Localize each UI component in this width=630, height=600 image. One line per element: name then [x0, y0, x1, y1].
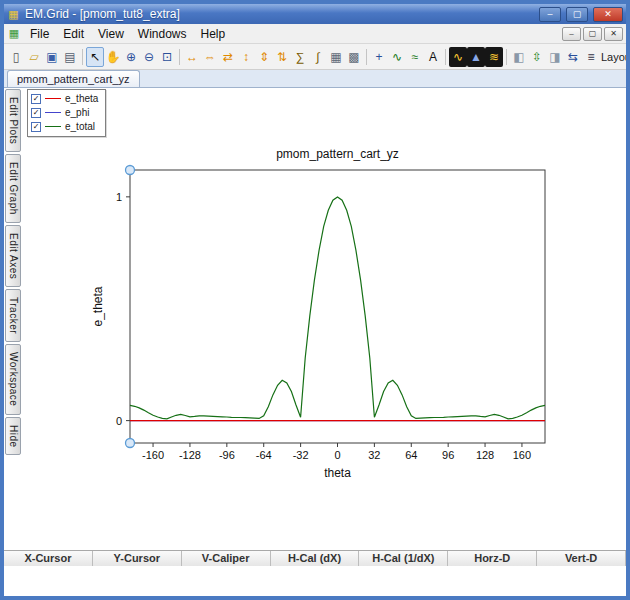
side-tab-label: Edit Graph — [8, 162, 19, 215]
menu-items: FileEditViewWindowsHelp — [23, 25, 232, 43]
fit-x-icon: ⇄ — [223, 50, 233, 64]
legend-line-sample — [45, 126, 61, 127]
zoom-out-icon: ⊖ — [144, 50, 154, 64]
side-tab-edit-plots[interactable]: Edit Plots — [5, 89, 21, 152]
add-marker-tool-button[interactable]: + — [370, 47, 388, 67]
legend-label: e_phi — [65, 107, 89, 118]
resize-handle[interactable] — [126, 166, 135, 175]
print-tool-button[interactable]: ▤ — [61, 47, 79, 67]
grid-tool-button[interactable]: ▦ — [327, 47, 345, 67]
side-tab-tracker[interactable]: Tracker — [5, 289, 21, 342]
side-tab-edit-axes[interactable]: Edit Axes — [5, 225, 21, 287]
status-col-h-cal-dx-: H-Cal (dX) — [271, 551, 360, 566]
toolbar: ▯▱▣▤↖✋⊕⊖⊡↔⇔⇄↕⇕⇅∑∫▦▩+∿≈A∿▲≋◧⇳◨ ⇆≡ Layout — [4, 44, 626, 70]
pan-hand-tool-button[interactable]: ✋ — [104, 47, 122, 67]
spline-tool-button[interactable]: ∿ — [388, 47, 406, 67]
status-col-h-cal-1-dx-: H-Cal (1/dX) — [359, 551, 448, 566]
tab-label: pmom_pattern_cart_yz — [17, 73, 130, 85]
menu-windows[interactable]: Windows — [131, 25, 194, 43]
side-tab-hide[interactable]: Hide — [5, 417, 21, 456]
menu-file[interactable]: File — [23, 25, 56, 43]
legend-checkbox-e_theta[interactable]: ✓ — [31, 94, 41, 104]
save-icon: ▣ — [46, 50, 57, 64]
legend-line-sample — [45, 112, 61, 113]
legend-item-e_phi: ✓e_phi — [31, 106, 98, 119]
fit-y-tool-button[interactable]: ⇅ — [273, 47, 291, 67]
toolbar-separator — [366, 49, 367, 65]
side-tab-workspace[interactable]: Workspace — [5, 344, 21, 414]
menu-view[interactable]: View — [91, 25, 131, 43]
menu-help[interactable]: Help — [194, 25, 233, 43]
dock-left-tool-button[interactable]: ◧ — [510, 47, 528, 67]
minimize-button[interactable]: – — [539, 7, 561, 22]
side-tab-edit-graph[interactable]: Edit Graph — [5, 154, 21, 223]
maximize-button[interactable]: ▢ — [566, 7, 588, 22]
spectrum-dark-3-icon: ≋ — [489, 50, 499, 64]
expand-x-icon: ↔ — [186, 50, 198, 64]
side-tab-label: Edit Axes — [8, 233, 19, 279]
resize-handle[interactable] — [126, 439, 135, 448]
fit-height-tool-button[interactable]: ⇳ — [528, 47, 546, 67]
pan-horizontal-icon: ⇆ — [568, 50, 578, 64]
text-tool-button[interactable]: A — [424, 47, 442, 67]
status-col-x-cursor: X-Cursor — [4, 551, 93, 566]
y-tick-label: 1 — [116, 191, 122, 203]
spectrum-dark-3-tool-button[interactable]: ≋ — [485, 47, 503, 67]
side-tab-label: Workspace — [8, 352, 19, 406]
status-col-y-cursor: Y-Cursor — [93, 551, 182, 566]
x-tick-label: 128 — [476, 449, 494, 461]
layout-lines-tool-button[interactable]: ≡ — [582, 47, 600, 67]
title-bar[interactable]: ▦ EM.Grid - [pmom_tut8_extra] – ▢ ✕ — [4, 4, 626, 24]
zoom-window-tool-button[interactable]: ⊡ — [158, 47, 176, 67]
y-tick-label: 0 — [116, 415, 122, 427]
new-file-tool-button[interactable]: ▯ — [7, 47, 25, 67]
compress-y-icon: ⇕ — [259, 50, 269, 64]
legend-label: e_theta — [65, 93, 98, 104]
legend-checkbox-e_total[interactable]: ✓ — [31, 122, 41, 132]
chart-canvas[interactable]: pmom_pattern_cart_yz-160-128-96-64-32032… — [21, 88, 626, 550]
select-pointer-tool-button[interactable]: ↖ — [86, 47, 104, 67]
pan-horizontal-tool-button[interactable]: ⇆ — [564, 47, 582, 67]
spectrum-dark-2-icon: ▲ — [470, 50, 482, 64]
close-button[interactable]: ✕ — [593, 7, 623, 22]
y-axis-label: e_theta — [91, 286, 105, 326]
table-icon: ▩ — [348, 50, 359, 64]
spectrum-dark-2-tool-button[interactable]: ▲ — [467, 47, 485, 67]
side-tab-label: Edit Plots — [8, 97, 19, 144]
status-columns: X-CursorY-CursorV-CaliperH-Cal (dX)H-Cal… — [4, 550, 626, 566]
expand-y-icon: ↕ — [243, 50, 249, 64]
expand-x-tool-button[interactable]: ↔ — [183, 47, 201, 67]
fit-height-icon: ⇳ — [532, 50, 542, 64]
table-tool-button[interactable]: ▩ — [345, 47, 363, 67]
sum-tool-button[interactable]: ∑ — [291, 47, 309, 67]
legend-checkbox-e_phi[interactable]: ✓ — [31, 108, 41, 118]
compress-y-tool-button[interactable]: ⇕ — [255, 47, 273, 67]
tab-pmom-pattern-cart-yz[interactable]: pmom_pattern_cart_yz — [7, 70, 140, 87]
save-tool-button[interactable]: ▣ — [43, 47, 61, 67]
zoom-in-tool-button[interactable]: ⊕ — [122, 47, 140, 67]
smooth-tool-button[interactable]: ≈ — [406, 47, 424, 67]
sum-icon: ∑ — [296, 50, 305, 64]
integrate-icon: ∫ — [316, 50, 319, 64]
dock-right-tool-button[interactable]: ◨ — [546, 47, 564, 67]
legend-item-e_theta: ✓e_theta — [31, 92, 98, 105]
mdi-restore-button[interactable]: ▢ — [583, 27, 602, 41]
integrate-tool-button[interactable]: ∫ — [309, 47, 327, 67]
menu-edit[interactable]: Edit — [56, 25, 91, 43]
expand-y-tool-button[interactable]: ↕ — [237, 47, 255, 67]
fit-x-tool-button[interactable]: ⇄ — [219, 47, 237, 67]
spectrum-dark-1-tool-button[interactable]: ∿ — [449, 47, 467, 67]
x-tick-label: -64 — [256, 449, 272, 461]
compress-x-tool-button[interactable]: ⇔ — [201, 47, 219, 67]
open-folder-tool-button[interactable]: ▱ — [25, 47, 43, 67]
x-tick-label: 160 — [513, 449, 531, 461]
status-col-vert-d: Vert-D — [537, 551, 626, 566]
mdi-minimize-button[interactable]: – — [562, 27, 581, 41]
window-title: EM.Grid - [pmom_tut8_extra] — [23, 7, 534, 21]
new-file-icon: ▯ — [13, 50, 20, 64]
print-icon: ▤ — [64, 50, 75, 64]
mdi-close-button[interactable]: ✕ — [604, 27, 623, 41]
zoom-out-tool-button[interactable]: ⊖ — [140, 47, 158, 67]
menu-bar: ▦ FileEditViewWindowsHelp – ▢ ✕ — [4, 24, 626, 44]
zoom-in-icon: ⊕ — [126, 50, 136, 64]
